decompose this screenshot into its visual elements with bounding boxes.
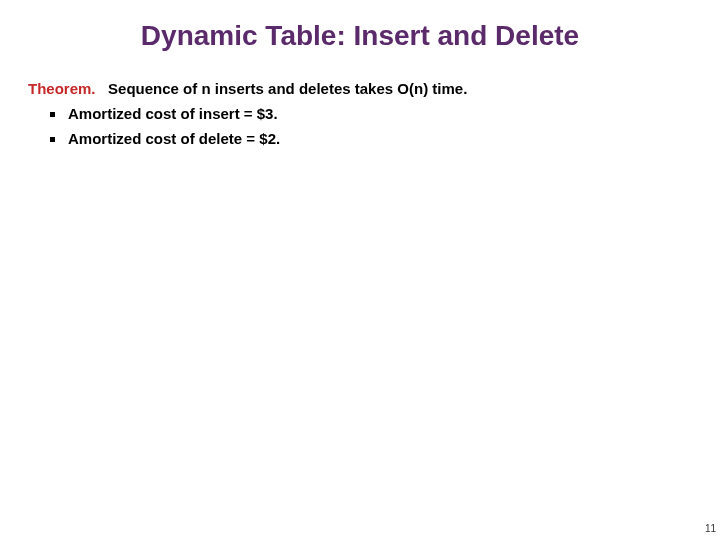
slide-container: Dynamic Table: Insert and Delete Theorem…: [0, 0, 720, 540]
theorem-line: Theorem. Sequence of n inserts and delet…: [28, 80, 692, 97]
list-item: Amortized cost of insert = $3.: [50, 105, 692, 122]
list-item: Amortized cost of delete = $2.: [50, 130, 692, 147]
slide-title: Dynamic Table: Insert and Delete: [28, 20, 692, 52]
page-number: 11: [705, 523, 716, 534]
bullet-list: Amortized cost of insert = $3. Amortized…: [28, 105, 692, 147]
theorem-text: Sequence of n inserts and deletes takes …: [108, 80, 467, 97]
theorem-label: Theorem.: [28, 80, 96, 97]
